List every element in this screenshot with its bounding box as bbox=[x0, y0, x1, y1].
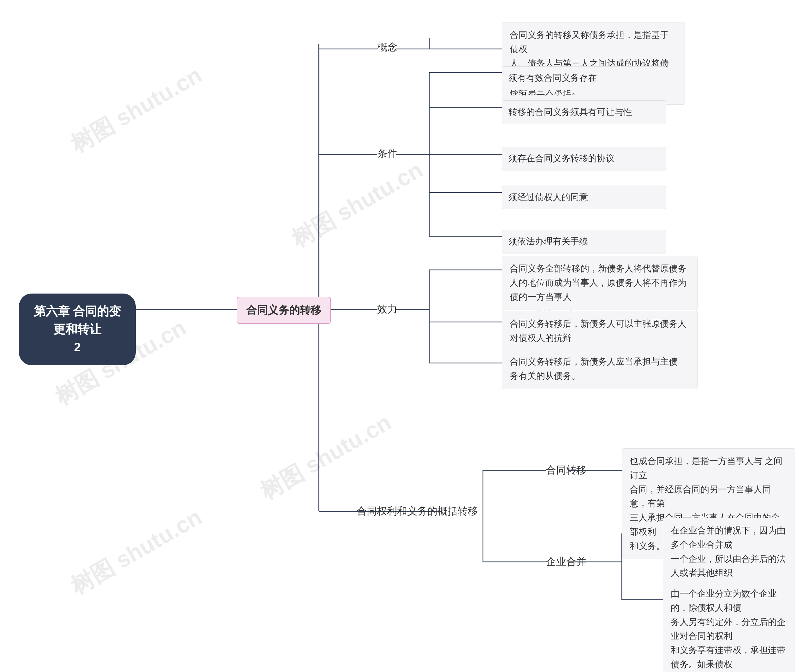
branch-label-效力: 效力 bbox=[377, 303, 397, 316]
leaf-概念-1: 合同义务的转移又称债务承担，是指基于债权 人、债务人与第三人之间达成的协议将债务… bbox=[502, 22, 685, 105]
branch-label-概念: 概念 bbox=[377, 40, 397, 54]
branch-label-企业合并: 企业合并 bbox=[546, 555, 586, 569]
watermark: 树图 shutu.cn bbox=[286, 155, 428, 254]
branch-label-概括转移: 合同权利和义务的概括转移 bbox=[357, 505, 478, 518]
mid-node: 合同义务的转移 bbox=[237, 297, 331, 324]
leaf-企业合并-2: 由一个企业分立为数个企业的，除债权人和债 务人另有约定外，分立后的企业对合同的权… bbox=[663, 581, 795, 672]
root-node: 第六章 合同的变更和转让 2 bbox=[19, 294, 136, 365]
branch-label-合同转移: 合同转移 bbox=[546, 463, 586, 477]
watermark: 树图 shutu.cn bbox=[65, 502, 207, 601]
watermark: 树图 shutu.cn bbox=[255, 407, 397, 507]
root-label: 第六章 合同的变更和转让 2 bbox=[34, 304, 121, 354]
leaf-效力-3: 合同义务转移后，新债务人应当承担与主债 务有关的从债务。 bbox=[502, 349, 698, 389]
leaf-条件-4: 须经过债权人的同意 bbox=[502, 186, 666, 209]
mid-label: 合同义务的转移 bbox=[246, 304, 321, 316]
leaf-效力-2: 合同义务转移后，新债务人可以主张原债务人 对债权人的抗辩 bbox=[502, 311, 698, 351]
watermark: 树图 shutu.cn bbox=[65, 60, 207, 159]
leaf-条件-1: 须有有效合同义务存在 bbox=[502, 66, 666, 90]
diagram-container: 树图 shutu.cn 树图 shutu.cn 树图 shutu.cn 树图 s… bbox=[0, 0, 808, 672]
leaf-效力-1: 合同义务全部转移的，新债务人将代替原债务 人的地位而成为当事人，原债务人将不再作… bbox=[502, 256, 698, 310]
leaf-条件-5: 须依法办理有关手续 bbox=[502, 230, 666, 254]
leaf-条件-2: 转移的合同义务须具有可让与性 bbox=[502, 100, 666, 124]
branch-label-条件: 条件 bbox=[377, 147, 397, 160]
leaf-条件-3: 须存在合同义务转移的协议 bbox=[502, 147, 666, 171]
